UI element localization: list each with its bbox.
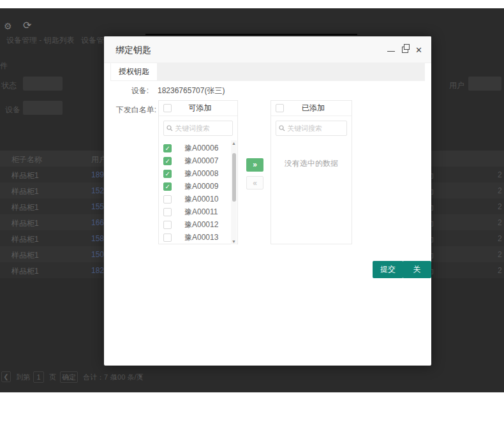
- tab-underline: [145, 34, 357, 35]
- item-checkbox[interactable]: [163, 208, 172, 216]
- right-fragment-cell: 2: [498, 234, 502, 243]
- bg-device-filter-input[interactable]: [23, 101, 63, 115]
- user-cell[interactable]: 155: [91, 202, 104, 211]
- submit-button[interactable]: 提交: [373, 261, 403, 278]
- modal-tabbar: 授权钥匙: [110, 63, 425, 81]
- user-cell[interactable]: 182: [91, 266, 104, 275]
- transfer-backward-button[interactable]: «: [246, 176, 263, 189]
- item-label: 豫A00007: [184, 156, 218, 167]
- added-empty-text: 没有选中的数据: [271, 140, 352, 169]
- item-checkbox[interactable]: [163, 157, 172, 165]
- key-list-item[interactable]: 豫A00007: [159, 154, 237, 167]
- item-checkbox[interactable]: [163, 144, 172, 152]
- cabinet-name-cell: 样品柜1: [11, 170, 39, 181]
- close-icon[interactable]: ✕: [415, 46, 422, 54]
- added-panel-header: 已添加: [271, 101, 352, 116]
- caption-strip: 2 将钥匙编号移入“已添加”列表提交即可: [0, 392, 504, 430]
- key-list-item[interactable]: 豫A00009: [159, 180, 237, 193]
- item-checkbox[interactable]: [163, 182, 172, 191]
- scrollbar-thumb[interactable]: [232, 153, 236, 202]
- modal-titlebar: 绑定钥匙 ✕: [104, 36, 431, 63]
- cabinet-name-cell: 样品柜1: [11, 266, 39, 277]
- gear-icon[interactable]: ⚙: [4, 22, 12, 31]
- bg-status-filter-input[interactable]: [23, 77, 63, 91]
- user-cell[interactable]: 189: [91, 170, 104, 179]
- tab-authorize-key[interactable]: 授权钥匙: [111, 63, 157, 80]
- item-label: 豫A00008: [184, 168, 218, 179]
- maximize-icon[interactable]: [402, 47, 408, 53]
- available-search-placeholder: 关键词搜索: [175, 124, 210, 133]
- right-fragment-cell: 2: [498, 202, 502, 211]
- key-list-item[interactable]: 豫A00011: [159, 205, 237, 218]
- right-fragment-cell: 2: [498, 186, 502, 195]
- cabinet-name-cell: 样品柜1: [11, 186, 39, 197]
- whitelist-label: 下发白名单:: [104, 105, 156, 115]
- user-cell[interactable]: 152: [91, 186, 104, 195]
- bg-tab-key-list[interactable]: 设备管理 - 钥匙列表: [6, 35, 75, 46]
- cabinet-name-cell: 样品柜1: [11, 250, 39, 261]
- bg-user-filter-input[interactable]: [468, 77, 501, 91]
- close-button[interactable]: 关闭: [403, 261, 431, 278]
- bind-key-modal: 绑定钥匙 ✕ 授权钥匙 设备: 18236765707(张三) 下发白名单: 可…: [104, 36, 431, 366]
- key-list-item[interactable]: 豫A00013: [159, 231, 237, 244]
- scrollbar[interactable]: ▲ ▼: [231, 140, 237, 244]
- search-icon: [167, 125, 173, 131]
- cabinet-name-cell: 样品柜1: [11, 234, 39, 245]
- transfer-panel-added: 已添加 关键词搜索 没有选中的数据: [271, 100, 352, 244]
- added-select-all-checkbox[interactable]: [276, 104, 284, 112]
- available-search-input[interactable]: 关键词搜索: [163, 121, 233, 136]
- pagination-total: 合计：7 条: [83, 373, 117, 382]
- bg-partial-text: 件: [0, 61, 8, 71]
- minimize-icon[interactable]: [387, 51, 395, 52]
- item-label: 豫A00009: [184, 181, 218, 192]
- right-fragment-cell: 2: [498, 170, 502, 179]
- available-search-wrap: 关键词搜索: [159, 116, 237, 140]
- added-search-wrap: 关键词搜索: [271, 116, 352, 140]
- added-panel-title: 已添加: [284, 103, 352, 114]
- available-list: 豫A00006豫A00007豫A00008豫A00009豫A00010豫A000…: [159, 140, 237, 245]
- key-list-item[interactable]: 豫A00008: [159, 167, 237, 180]
- bg-col-cabinet-name: 柜子名称: [11, 154, 42, 165]
- search-icon: [279, 125, 285, 131]
- item-label: 豫A00010: [184, 194, 218, 205]
- user-cell[interactable]: 158: [91, 234, 104, 243]
- item-checkbox[interactable]: [163, 195, 172, 204]
- scroll-down-icon[interactable]: ▼: [231, 239, 237, 244]
- screenshot-stage: ⚙ ⟳ 设备管理 - 钥匙列表 设备管理 - 设备列表 件 状态 用户 设备 柜…: [0, 0, 504, 430]
- pagination-confirm-button[interactable]: 确定: [60, 371, 78, 383]
- added-search-placeholder: 关键词搜索: [287, 124, 322, 133]
- item-checkbox[interactable]: [163, 170, 172, 178]
- device-row: 设备: 18236765707(张三): [104, 85, 431, 96]
- transfer-panel-available: 可添加 关键词搜索 豫A00006豫A00007豫A00008豫A00009豫A…: [158, 100, 238, 244]
- key-list-item[interactable]: 豫A00012: [159, 218, 237, 231]
- available-panel-header: 可添加: [159, 101, 237, 116]
- bg-status-filter-label: 状态: [1, 80, 17, 91]
- item-label: 豫A00013: [184, 232, 218, 243]
- available-select-all-checkbox[interactable]: [163, 104, 172, 112]
- refresh-icon[interactable]: ⟳: [23, 21, 31, 30]
- transfer-forward-button[interactable]: »: [246, 158, 263, 172]
- pagination-page-input[interactable]: 1: [33, 371, 44, 383]
- modal-title: 绑定钥匙: [115, 36, 151, 63]
- right-fragment-cell: 2: [498, 250, 502, 259]
- device-value: 18236765707(张三): [158, 85, 225, 96]
- item-label: 豫A00012: [184, 219, 218, 230]
- item-label: 豫A00006: [184, 143, 218, 154]
- item-checkbox[interactable]: [163, 221, 172, 229]
- pagination-prev-button[interactable]: ❮: [1, 371, 11, 382]
- cabinet-name-cell: 样品柜1: [11, 202, 39, 213]
- key-list-item[interactable]: 豫A00010: [159, 193, 237, 205]
- scroll-up-icon[interactable]: ▲: [231, 140, 237, 146]
- cabinet-name-cell: 样品柜1: [11, 218, 39, 229]
- pagination-page-suffix: 页: [49, 373, 56, 382]
- user-cell[interactable]: 166: [91, 218, 104, 227]
- key-list-item[interactable]: 豫A00006: [159, 142, 237, 154]
- bg-device-filter-label: 设备: [5, 105, 20, 115]
- added-search-input[interactable]: 关键词搜索: [276, 121, 347, 136]
- chevron-down-icon[interactable]: ▼: [138, 374, 143, 380]
- item-checkbox[interactable]: [163, 234, 172, 242]
- user-cell[interactable]: 150: [91, 250, 104, 259]
- item-label: 豫A00011: [184, 207, 218, 218]
- device-label: 设备:: [104, 85, 149, 96]
- pagination-goto-label: 到第: [16, 373, 30, 382]
